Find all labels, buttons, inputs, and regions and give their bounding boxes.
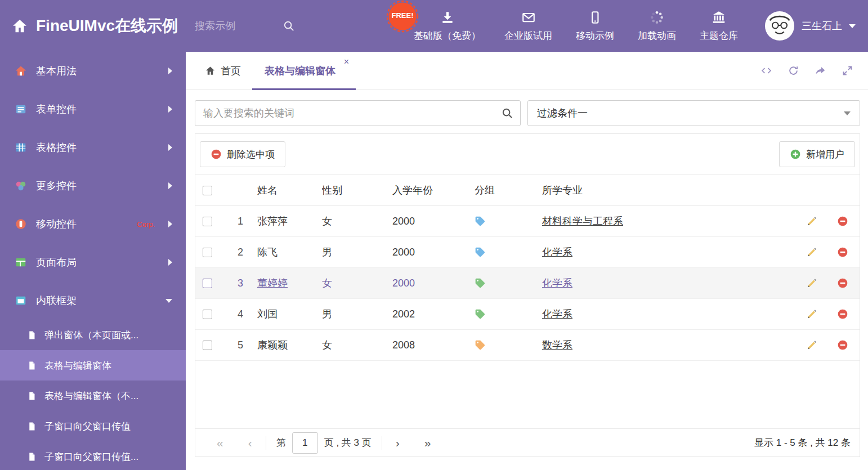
row-checkbox[interactable]	[203, 279, 212, 288]
sidebar-subitem-popup-window[interactable]: 弹出窗体（本页面或...	[0, 320, 186, 350]
chevron-right-icon	[168, 221, 172, 227]
file-icon	[27, 330, 37, 340]
sidebar-subitem-grid-edit-window-2[interactable]: 表格与编辑窗体（不...	[0, 381, 186, 411]
delete-icon[interactable]	[837, 308, 848, 320]
delete-selected-button[interactable]: 删除选中项	[200, 141, 285, 167]
home-colored-icon	[15, 65, 27, 77]
next-page-button[interactable]: ›	[383, 436, 412, 450]
share-icon[interactable]	[815, 65, 826, 77]
row-checkbox[interactable]	[203, 341, 212, 350]
major-link[interactable]: 材料科学与工程系	[542, 214, 623, 228]
header-cell: 姓名	[257, 183, 322, 197]
header-cell: 性别	[322, 183, 392, 197]
filter-dropdown[interactable]: 过滤条件一	[527, 100, 860, 126]
grid-icon	[15, 141, 27, 154]
chevron-right-icon	[168, 106, 172, 113]
table-row[interactable]: 2陈飞男2000化学系	[195, 237, 860, 268]
sidebar-item-label: 内联框架	[36, 294, 156, 307]
tab-active-label: 表格与编辑窗体	[265, 64, 335, 78]
delete-icon[interactable]	[837, 277, 848, 289]
table-row[interactable]: 1张萍萍女2000材料科学与工程系	[195, 206, 860, 237]
tab-close-icon[interactable]: ×	[344, 57, 349, 66]
major-link[interactable]: 化学系	[542, 307, 572, 321]
row-checkbox[interactable]	[203, 310, 212, 319]
row-checkbox[interactable]	[203, 217, 212, 226]
brand[interactable]: FineUIMvc在线示例	[0, 15, 178, 37]
last-page-button[interactable]: »	[412, 436, 444, 450]
table-row[interactable]: 5康颖颖女2008数学系	[195, 330, 860, 361]
search-icon[interactable]	[283, 20, 295, 32]
add-user-button[interactable]: 新增用户	[779, 141, 855, 167]
pagination-bar: « ‹ 第 页 , 共 3 页 › » 显示 1 - 5 条 , 共 12 条	[195, 428, 860, 456]
content: 过滤条件一 删除选中项 新增用户 姓名性别入学年份分组所学专业 1张萍萍	[186, 90, 868, 470]
table-row[interactable]: 4刘国男2002化学系	[195, 299, 860, 330]
nav-item-theme-store[interactable]: 主题仓库	[688, 10, 750, 42]
file-icon	[27, 391, 37, 401]
app: FineUIMvc在线示例 FREE! 基础版（免费）企业版试用移动示例加载动画…	[0, 0, 868, 470]
sidebar-item-label: 页面布局	[36, 256, 159, 269]
delete-icon[interactable]	[837, 339, 848, 351]
sidebar-item-mobile[interactable]: 移动控件Corp.	[0, 205, 186, 243]
user-menu[interactable]: 三生石上	[750, 11, 868, 41]
chevron-down-icon	[165, 299, 172, 303]
search-icon[interactable]	[501, 107, 513, 119]
keyword-search-input[interactable]	[195, 100, 521, 126]
student-name: 张萍萍	[257, 214, 288, 228]
keyword-search	[195, 100, 521, 126]
row-checkbox[interactable]	[203, 248, 212, 257]
filter-row: 过滤条件一	[195, 100, 860, 126]
edit-icon[interactable]	[806, 216, 817, 227]
envelope-icon	[521, 10, 536, 25]
grid-header-row: 姓名性别入学年份分组所学专业	[195, 174, 860, 206]
file-icon	[27, 452, 37, 462]
chevron-right-icon	[168, 68, 172, 74]
nav-item-enterprise-trial[interactable]: 企业版试用	[493, 10, 564, 42]
row-number: 4	[223, 308, 257, 320]
row-number: 2	[223, 247, 257, 258]
grid-empty-area	[195, 361, 860, 428]
plus-circle-icon	[790, 149, 801, 160]
major-link[interactable]: 化学系	[542, 245, 572, 259]
prev-page-button[interactable]: ‹	[236, 436, 265, 450]
nav-item-loading-anim[interactable]: 加载动画	[626, 10, 688, 42]
sidebar-item-grid[interactable]: 表格控件	[0, 128, 186, 167]
sidebar-item-layout[interactable]: 页面布局	[0, 243, 186, 281]
header-search-input[interactable]	[194, 20, 278, 33]
edit-icon[interactable]	[806, 247, 817, 258]
delete-icon[interactable]	[837, 247, 848, 258]
main: 首页 表格与编辑窗体 × 过滤条件一	[186, 52, 868, 470]
sidebar-subitem-grid-edit-window[interactable]: 表格与编辑窗体	[0, 350, 186, 381]
chevron-right-icon	[168, 259, 172, 266]
sidebar-subitem-child-to-parent[interactable]: 子窗口向父窗口传值	[0, 411, 186, 441]
major-link[interactable]: 化学系	[542, 276, 572, 290]
pager-divider	[382, 436, 382, 450]
gender-cell: 男	[322, 307, 392, 321]
student-name: 董婷婷	[257, 276, 288, 290]
expand-icon[interactable]	[842, 65, 853, 77]
tab-grid-edit-window[interactable]: 表格与编辑窗体 ×	[252, 52, 356, 89]
select-all-checkbox[interactable]	[203, 186, 212, 195]
header-select-cell	[195, 186, 223, 195]
frame-icon	[15, 294, 27, 307]
page-number-input[interactable]	[292, 432, 318, 454]
sidebar-item-iframe[interactable]: 内联框架	[0, 281, 186, 320]
table-row[interactable]: 3董婷婷女2000化学系	[195, 268, 860, 299]
delete-icon[interactable]	[837, 216, 848, 227]
first-page-button[interactable]: «	[204, 436, 236, 450]
edit-icon[interactable]	[806, 308, 817, 320]
tab-home[interactable]: 首页	[194, 52, 252, 89]
major-link[interactable]: 数学系	[542, 338, 572, 352]
code-icon[interactable]	[760, 65, 772, 77]
corp-badge: Corp.	[137, 220, 155, 229]
refresh-icon[interactable]	[788, 65, 799, 77]
sidebar-item-basic[interactable]: 基本用法	[0, 52, 186, 90]
header-search	[194, 20, 295, 33]
sidebar-item-form[interactable]: 表单控件	[0, 90, 186, 128]
edit-icon[interactable]	[806, 277, 817, 289]
nav-item-mobile-demo[interactable]: 移动示例	[564, 10, 626, 42]
header-nav: 基础版（免费）企业版试用移动示例加载动画主题仓库	[402, 10, 750, 42]
file-icon	[27, 361, 37, 370]
sidebar-subitem-child-to-parent-2[interactable]: 子窗口向父窗口传值...	[0, 441, 186, 470]
edit-icon[interactable]	[806, 339, 817, 351]
sidebar-item-more[interactable]: 更多控件	[0, 167, 186, 205]
